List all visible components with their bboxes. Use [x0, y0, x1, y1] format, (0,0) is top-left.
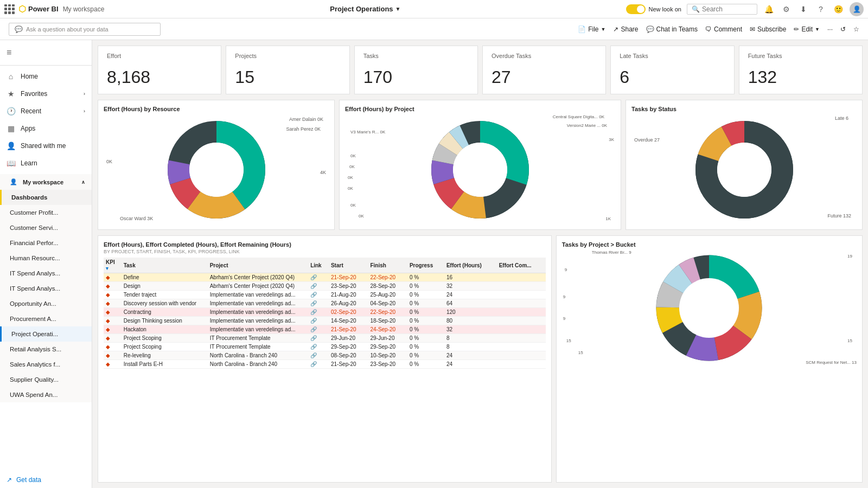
file-menu[interactable]: 📄 File ▼ — [576, 23, 608, 35]
kpi-filter[interactable]: ▾ — [106, 266, 108, 271]
sidebar-item-label: Learn — [21, 159, 37, 167]
col-link: Link — [308, 258, 329, 273]
cell-task: Design Thinking session — [122, 317, 208, 325]
chat-button[interactable]: 💬 Chat in Teams — [644, 23, 700, 35]
effort-table: KPI▾ Task Project Link Start Finish Prog… — [104, 258, 546, 369]
sidebar-item-customer-profit[interactable]: Customer Profit... — [0, 205, 92, 220]
sidebar-item-learn[interactable]: 📖 Learn — [0, 155, 92, 172]
workspace-icon: 👤 — [10, 178, 17, 185]
cell-link[interactable]: 🔗 — [308, 273, 329, 282]
sidebar-item-shared[interactable]: 👤 Shared with me — [0, 137, 92, 155]
subscribe-button[interactable]: ✉ Subscribe — [748, 23, 788, 35]
sidebar-item-apps[interactable]: ▦ Apps — [0, 120, 92, 137]
status-label-late: Late 6 — [835, 115, 848, 121]
cell-start: 08-Sep-20 — [329, 351, 368, 360]
donut-container: Thomas River Br... 9 19 9 9 9 15 15 15 S… — [562, 251, 857, 365]
cell-link[interactable]: 🔗 — [308, 360, 329, 369]
col-effort[interactable]: Effort (Hours) — [444, 258, 497, 273]
search-input[interactable] — [702, 5, 751, 13]
sidebar-item-human[interactable]: Human Resourc... — [0, 251, 92, 266]
col-progress[interactable]: Progress — [407, 258, 444, 273]
cell-link[interactable]: 🔗 — [308, 299, 329, 308]
cell-project: North Carolina - Branch 240 — [208, 351, 308, 360]
cell-effort-com — [497, 308, 546, 317]
chevron-down-icon: ▼ — [815, 27, 820, 32]
cell-task: Re-leveling — [122, 351, 208, 360]
sidebar-item-uwa[interactable]: UWA Spend An... — [0, 387, 92, 402]
more-button[interactable]: ··· — [825, 23, 835, 35]
new-look-toggle: New look on — [626, 4, 681, 14]
search-icon: 🔍 — [692, 5, 700, 13]
sidebar-item-it-spend-1[interactable]: IT Spend Analys... — [0, 266, 92, 281]
cell-effort: 24 — [444, 360, 497, 369]
cell-link[interactable]: 🔗 — [308, 317, 329, 325]
sidebar-item-customer-serv[interactable]: Customer Servi... — [0, 220, 92, 235]
topbar: ⬡ Power BI My workspace Project Operatio… — [0, 0, 868, 18]
cell-link[interactable]: 🔗 — [308, 291, 329, 299]
share-button[interactable]: ↗ Share — [611, 23, 640, 35]
get-data-label: Get data — [16, 476, 41, 484]
sidebar-label: Supplier Quality... — [10, 376, 59, 383]
bucket-label-7: 15 — [578, 350, 583, 355]
col-finish[interactable]: Finish — [368, 258, 407, 273]
col-start[interactable]: Start — [329, 258, 368, 273]
qa-placeholder: Ask a question about your data — [26, 26, 108, 33]
edit-button[interactable]: ✏ Edit ▼ — [792, 23, 822, 35]
col-effort-com[interactable]: Effort Com... — [497, 258, 546, 273]
sidebar-label: IT Spend Analys... — [10, 270, 60, 277]
svg-point-5 — [189, 143, 244, 197]
cell-link[interactable]: 🔗 — [308, 325, 329, 334]
cell-effort-com — [497, 291, 546, 299]
get-data-button[interactable]: ↗ Get data — [0, 472, 92, 488]
search-box[interactable]: 🔍 — [687, 4, 757, 15]
diamond-icon: ◆ — [106, 283, 110, 289]
sidebar-item-project-ops[interactable]: Project Operati... — [0, 326, 92, 342]
workspace-label[interactable]: My workspace — [63, 5, 105, 13]
sidebar-item-opportunity[interactable]: Opportunity An... — [0, 296, 92, 311]
project-label-6: 0K — [349, 164, 355, 169]
kpi-label: Overdue Tasks — [492, 53, 597, 59]
col-task[interactable]: Task — [122, 258, 208, 273]
grid-icon[interactable] — [4, 4, 14, 14]
cell-link[interactable]: 🔗 — [308, 343, 329, 351]
sidebar-item-financial[interactable]: Financial Perfor... — [0, 235, 92, 251]
toggle-knob[interactable] — [626, 4, 646, 14]
comment-button[interactable]: 🗨 Comment — [703, 23, 744, 35]
cell-link[interactable]: 🔗 — [308, 351, 329, 360]
sidebar-workspace-header[interactable]: 👤 My workspace ∧ — [0, 174, 92, 190]
qa-input[interactable]: 💬 Ask a question about your data — [9, 23, 161, 36]
account-icon[interactable]: 👤 — [850, 2, 864, 16]
topbar-right: New look on 🔍 🔔 ⚙ ⬇ ? 🙂 👤 — [626, 2, 864, 16]
new-look-label: New look on — [648, 6, 681, 12]
sidebar-item-it-spend-2[interactable]: IT Spend Analys... — [0, 281, 92, 296]
col-project[interactable]: Project — [208, 258, 308, 273]
sidebar-collapse-button[interactable]: ≡ — [2, 44, 90, 61]
cell-effort: 80 — [444, 317, 497, 325]
cell-link[interactable]: 🔗 — [308, 308, 329, 317]
sidebar-item-recent[interactable]: 🕐 Recent › — [0, 102, 92, 120]
table-row: ◆ Discovery session with vendor Implemen… — [104, 299, 546, 308]
sidebar-item-dashboards[interactable]: Dashboards — [0, 190, 92, 205]
cell-link[interactable]: 🔗 — [308, 334, 329, 343]
sidebar-item-home[interactable]: ⌂ Home — [0, 68, 92, 85]
kpi-late: Late Tasks 6 — [610, 46, 734, 94]
sidebar-item-favorites[interactable]: ★ Favorites › — [0, 85, 92, 102]
settings-icon[interactable]: ⚙ — [780, 3, 792, 15]
star-icon[interactable]: ☆ — [851, 23, 861, 35]
table-row: ◆ Project Scoping IT Procurement Templat… — [104, 334, 546, 343]
cell-link[interactable]: 🔗 — [308, 282, 329, 291]
sidebar-item-sales[interactable]: Sales Analytics f... — [0, 357, 92, 372]
refresh-icon[interactable]: ↺ — [838, 23, 848, 35]
download-icon[interactable]: ⬇ — [797, 3, 809, 15]
cell-project: Implementatie van veredelings ad... — [208, 299, 308, 308]
resource-label-2: Sarah Perez 0K — [286, 126, 321, 132]
project-label-8: 0K — [348, 186, 353, 191]
help-icon[interactable]: ? — [815, 3, 827, 15]
donut-svg — [690, 115, 799, 224]
sidebar-item-supplier[interactable]: Supplier Quality... — [0, 372, 92, 387]
sidebar-item-procurement[interactable]: Procurement A... — [0, 311, 92, 326]
sidebar-item-retail[interactable]: Retail Analysis S... — [0, 342, 92, 357]
chevron-down-icon[interactable]: ▼ — [395, 6, 401, 12]
notification-icon[interactable]: 🔔 — [763, 3, 775, 15]
feedback-icon[interactable]: 🙂 — [832, 3, 844, 15]
